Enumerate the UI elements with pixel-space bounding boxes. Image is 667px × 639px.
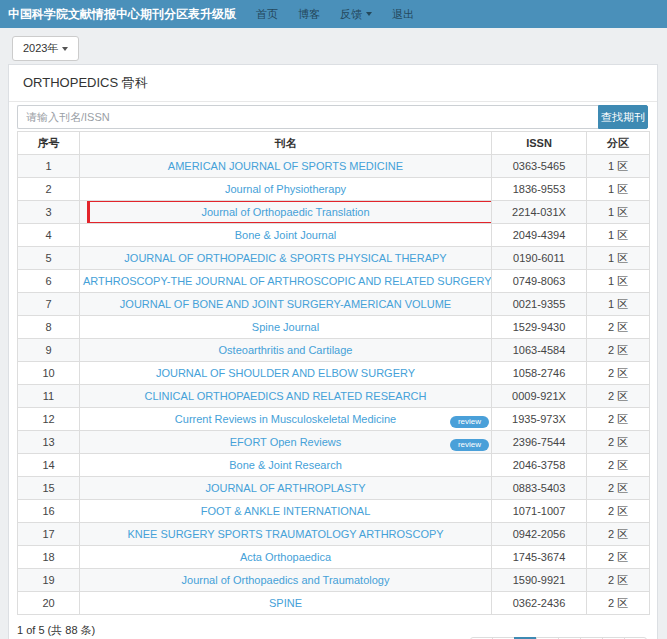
pagination-summary: 1 of 5 (共 88 条): [17, 623, 95, 638]
zone-value: 2 区: [587, 339, 650, 362]
issn-value: 2214-031X: [492, 201, 587, 224]
table-row: 14Bone & Joint Research2046-37582 区: [18, 454, 650, 477]
issn-value: 1058-2746: [492, 362, 587, 385]
issn-value: 1745-3674: [492, 546, 587, 569]
journal-name-cell: EFORT Open Reviewsreview: [80, 431, 492, 454]
table-row: 7JOURNAL OF BONE AND JOINT SURGERY-AMERI…: [18, 293, 650, 316]
row-index: 10: [18, 362, 80, 385]
zone-value: 2 区: [587, 362, 650, 385]
journal-link[interactable]: Acta Orthopaedica: [240, 551, 331, 563]
column-header-zone: 分区: [587, 132, 650, 155]
journal-table: 序号 刊名 ISSN 分区 1AMERICAN JOURNAL OF SPORT…: [17, 131, 650, 615]
nav-item-label: 博客: [298, 7, 320, 22]
review-badge: review: [450, 439, 489, 451]
table-row: 8Spine Journal1529-94302 区: [18, 316, 650, 339]
row-index: 8: [18, 316, 80, 339]
issn-value: 0021-9355: [492, 293, 587, 316]
nav-item-label: 退出: [392, 7, 414, 22]
table-row: 6ARTHROSCOPY-THE JOURNAL OF ARTHROSCOPIC…: [18, 270, 650, 293]
search-bar: 查找期刊: [17, 105, 648, 129]
page-title: ORTHOPEDICS 骨科: [9, 65, 657, 102]
table-row: 15JOURNAL OF ARTHROPLASTY0883-54032 区: [18, 477, 650, 500]
journal-link[interactable]: Osteoarthritis and Cartilage: [219, 344, 353, 356]
issn-value: 1836-9553: [492, 178, 587, 201]
table-row: 19Journal of Orthopaedics and Traumatolo…: [18, 569, 650, 592]
issn-value: 0883-5403: [492, 477, 587, 500]
journal-link[interactable]: EFORT Open Reviews: [230, 436, 341, 448]
journal-name-cell: Current Reviews in Musculoskeletal Medic…: [80, 408, 492, 431]
table-row: 10JOURNAL OF SHOULDER AND ELBOW SURGERY1…: [18, 362, 650, 385]
nav-item-1[interactable]: 博客: [288, 7, 330, 22]
journal-link[interactable]: Bone & Joint Research: [229, 459, 342, 471]
journal-link[interactable]: Journal of Orthopaedic Translation: [201, 206, 369, 218]
zone-value: 1 区: [587, 178, 650, 201]
zone-value: 2 区: [587, 546, 650, 569]
issn-value: 1529-9430: [492, 316, 587, 339]
issn-value: 0009-921X: [492, 385, 587, 408]
row-index: 20: [18, 592, 80, 615]
journal-link[interactable]: JOURNAL OF ARTHROPLASTY: [205, 482, 365, 494]
journal-link[interactable]: Spine Journal: [252, 321, 319, 333]
journal-name-cell: JOURNAL OF SHOULDER AND ELBOW SURGERY: [80, 362, 492, 385]
year-dropdown-label: 2023年: [23, 41, 58, 56]
issn-value: 0190-6011: [492, 247, 587, 270]
nav-item-2[interactable]: 反馈: [330, 7, 382, 22]
column-header-journal-name: 刊名: [80, 132, 492, 155]
journal-link[interactable]: JOURNAL OF SHOULDER AND ELBOW SURGERY: [156, 367, 415, 379]
row-index: 6: [18, 270, 80, 293]
table-row: 9Osteoarthritis and Cartilage1063-45842 …: [18, 339, 650, 362]
journal-link[interactable]: JOURNAL OF BONE AND JOINT SURGERY-AMERIC…: [120, 298, 451, 310]
issn-value: 2046-3758: [492, 454, 587, 477]
journal-name-cell: Journal of Physiotherapy: [80, 178, 492, 201]
table-row: 11CLINICAL ORTHOPAEDICS AND RELATED RESE…: [18, 385, 650, 408]
journal-name-cell: ARTHROSCOPY-THE JOURNAL OF ARTHROSCOPIC …: [80, 270, 492, 293]
table-row: 20SPINE0362-24362 区: [18, 592, 650, 615]
row-index: 9: [18, 339, 80, 362]
journal-name-cell: FOOT & ANKLE INTERNATIONAL: [80, 500, 492, 523]
table-row: 17KNEE SURGERY SPORTS TRAUMATOLOGY ARTHR…: [18, 523, 650, 546]
row-index: 12: [18, 408, 80, 431]
review-badge: review: [450, 416, 489, 428]
row-index: 4: [18, 224, 80, 247]
table-row: 13EFORT Open Reviewsreview2396-75442 区: [18, 431, 650, 454]
issn-value: 0363-5465: [492, 155, 587, 178]
issn-value: 1935-973X: [492, 408, 587, 431]
zone-value: 2 区: [587, 523, 650, 546]
journal-link[interactable]: Current Reviews in Musculoskeletal Medic…: [175, 413, 396, 425]
year-dropdown-button[interactable]: 2023年: [12, 36, 79, 61]
journal-link[interactable]: Bone & Joint Journal: [235, 229, 337, 241]
row-index: 11: [18, 385, 80, 408]
zone-value: 1 区: [587, 201, 650, 224]
nav-item-label: 首页: [256, 7, 278, 22]
zone-value: 2 区: [587, 385, 650, 408]
journal-link[interactable]: KNEE SURGERY SPORTS TRAUMATOLOGY ARTHROS…: [127, 528, 443, 540]
zone-value: 2 区: [587, 431, 650, 454]
journal-link[interactable]: ARTHROSCOPY-THE JOURNAL OF ARTHROSCOPIC …: [83, 275, 492, 287]
top-navbar: 中国科学院文献情报中心期刊分区表升级版 首页博客反馈退出: [0, 0, 667, 28]
journal-link[interactable]: JOURNAL OF ORTHOPAEDIC & SPORTS PHYSICAL…: [124, 252, 446, 264]
table-row: 16FOOT & ANKLE INTERNATIONAL1071-10072 区: [18, 500, 650, 523]
issn-value: 0749-8063: [492, 270, 587, 293]
journal-link[interactable]: AMERICAN JOURNAL OF SPORTS MEDICINE: [168, 160, 403, 172]
zone-value: 1 区: [587, 224, 650, 247]
zone-value: 2 区: [587, 454, 650, 477]
column-header-issn: ISSN: [492, 132, 587, 155]
journal-name-cell: KNEE SURGERY SPORTS TRAUMATOLOGY ARTHROS…: [80, 523, 492, 546]
search-journal-button[interactable]: 查找期刊: [598, 105, 648, 129]
journal-link[interactable]: FOOT & ANKLE INTERNATIONAL: [201, 505, 371, 517]
journal-name-cell: JOURNAL OF ORTHOPAEDIC & SPORTS PHYSICAL…: [80, 247, 492, 270]
table-row: 5JOURNAL OF ORTHOPAEDIC & SPORTS PHYSICA…: [18, 247, 650, 270]
journal-link[interactable]: SPINE: [269, 597, 302, 609]
journal-link[interactable]: Journal of Physiotherapy: [225, 183, 346, 195]
zone-value: 2 区: [587, 569, 650, 592]
row-index: 3: [18, 201, 80, 224]
search-input[interactable]: [17, 105, 598, 129]
nav-item-0[interactable]: 首页: [246, 7, 288, 22]
journal-link[interactable]: Journal of Orthopaedics and Traumatology: [182, 574, 390, 586]
journal-name-cell: Journal of Orthopaedics and Traumatology: [80, 569, 492, 592]
zone-value: 2 区: [587, 408, 650, 431]
issn-value: 2396-7544: [492, 431, 587, 454]
journal-name-cell: JOURNAL OF BONE AND JOINT SURGERY-AMERIC…: [80, 293, 492, 316]
journal-link[interactable]: CLINICAL ORTHOPAEDICS AND RELATED RESEAR…: [145, 390, 427, 402]
nav-item-3[interactable]: 退出: [382, 7, 424, 22]
